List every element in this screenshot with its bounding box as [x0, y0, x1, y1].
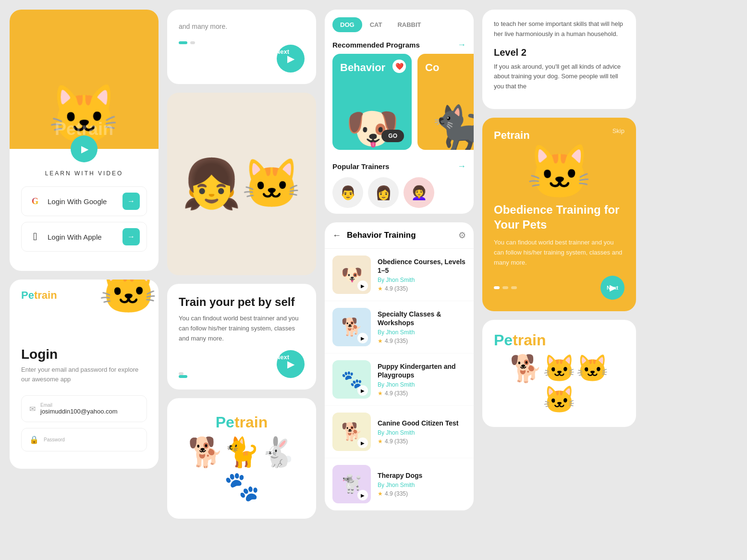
onboard1-desc: and many more.	[179, 21, 305, 32]
course-thumb-5: 🐩 ▶	[332, 465, 371, 503]
program-co[interactable]: Co 🐈‍⬛	[417, 54, 474, 150]
course-thumb-2: 🐕 ▶	[332, 308, 371, 346]
play-icon-1: ▶	[357, 280, 368, 291]
petrain-logo: Petrain	[21, 289, 57, 302]
play-button[interactable]	[71, 135, 98, 162]
email-icon: ✉	[29, 404, 36, 414]
petrain-bottom-card: Petrain 🐕🐱🐱🐱	[482, 320, 636, 427]
back-button[interactable]: ←	[332, 231, 341, 241]
behavior-header: ← Behavior Training ⚙	[325, 222, 474, 249]
course-rating-5: ★ 4.9 (335)	[378, 490, 466, 497]
login-subtitle: Enter your email and password for explor…	[21, 365, 147, 384]
home-card: DOG CAT RABBIT Recommended Programs → Be…	[325, 10, 474, 214]
course-item-5[interactable]: 🐩 ▶ Therapy Dogs By Jhon Smith ★ 4.9 (33…	[325, 458, 474, 511]
apple-icon: 	[28, 230, 42, 243]
petrain-brand-2: Petrain	[494, 331, 546, 349]
learn-video-card: 🐱 Petrain LEARN WITH VIDEO G Login With …	[10, 10, 159, 271]
next-label-1: Next	[276, 48, 289, 55]
dot-active-2	[179, 375, 187, 378]
course-item-1[interactable]: 🐶 ▶ Obedience Courses, Levels 1–5 By Jho…	[325, 249, 474, 301]
level2-heading: Level 2	[494, 47, 625, 58]
level2-text: If you ask around, you'll get all kinds …	[494, 62, 625, 92]
progress-dots	[494, 286, 517, 289]
behavior-label: Behavior	[340, 61, 385, 74]
petrain-brand: Petrain	[216, 414, 268, 431]
white-cat-image: 🐱	[98, 280, 159, 313]
filter-icon[interactable]: ⚙	[458, 230, 466, 241]
lock-icon: 🔒	[29, 435, 39, 444]
behavior-training-card: ← Behavior Training ⚙ 🐶 ▶ Obedience Cour…	[325, 222, 474, 511]
pets-group-image-2: 🐕🐱🐱🐱	[494, 353, 625, 415]
login-card: 🐱 Petrain Login Enter your email and pas…	[10, 280, 159, 469]
recommended-section: Recommended Programs →	[325, 32, 474, 54]
email-value: josimuddin100@yahoo.com	[40, 408, 139, 415]
login-title: Login	[21, 347, 147, 362]
google-icon: G	[28, 195, 42, 208]
course-rating-2: ★ 4.9 (335)	[378, 338, 466, 344]
course-item-4[interactable]: 🐕 ▶ Canine Good Citizen Test By Jhon Smi…	[325, 406, 474, 458]
tab-dog[interactable]: DOG	[332, 17, 362, 32]
course-trainer-5: By Jhon Smith	[378, 482, 466, 488]
train-title: Train your pet by self	[179, 295, 305, 309]
course-name-4: Canine Good Citizen Test	[378, 419, 466, 427]
onboard1-dots	[179, 41, 305, 44]
email-label: Email	[40, 402, 139, 408]
obedience-brand: Petrain	[494, 129, 530, 142]
popular-trainers-section: Popular Trainers →	[325, 158, 474, 171]
course-trainer-4: By Jhon Smith	[378, 429, 466, 436]
course-name-3: Puppy Kindergarten and Playgroups	[378, 362, 466, 379]
level-intro-text: to teach her some important skills that …	[494, 19, 625, 39]
course-item-3[interactable]: 🐾 ▶ Puppy Kindergarten and Playgroups By…	[325, 353, 474, 406]
course-name-5: Therapy Dogs	[378, 471, 466, 480]
play-icon-5: ▶	[357, 490, 368, 500]
tab-cat[interactable]: CAT	[362, 17, 390, 32]
co-label: Co	[425, 61, 439, 74]
course-trainer-2: By Jhon Smith	[378, 329, 466, 336]
pet-tabs: DOG CAT RABBIT	[325, 10, 474, 32]
course-trainer-3: By Jhon Smith	[378, 381, 466, 388]
go-button[interactable]: GO	[381, 130, 404, 142]
bottom-nav: ▶ Next	[494, 276, 625, 300]
train-desc: You can findout world best trainner and …	[179, 314, 305, 343]
recommended-title: Recommended Programs	[332, 41, 420, 49]
apple-login-button[interactable]:  Login With Apple →	[21, 222, 147, 252]
trainer-avatar-1[interactable]: 👨	[332, 177, 363, 208]
next-button-2[interactable]: Next	[277, 350, 305, 378]
password-field[interactable]: 🔒 Password	[21, 428, 147, 451]
course-name-1: Obedience Courses, Levels 1–5	[378, 257, 466, 275]
behavior-title: Behavior Training	[347, 231, 458, 240]
pets-group-image: 🐕🐈🐇🐾	[179, 435, 305, 503]
trainer-avatar-2[interactable]: 👩	[368, 177, 399, 208]
petrain-logo-card: Petrain 🐕🐈🐇🐾	[167, 398, 316, 519]
course-thumb-1: 🐶 ▶	[332, 256, 371, 294]
next-button-obedience[interactable]: ▶ Next	[600, 276, 625, 300]
program-behavior[interactable]: Behavior ❤️ 🐶 GO	[332, 54, 412, 150]
google-login-label: Login With Google	[48, 197, 122, 206]
next-label-2: Next	[276, 353, 289, 361]
dot-active	[179, 41, 187, 44]
email-field[interactable]: ✉ Email josimuddin100@yahoo.com	[21, 395, 147, 422]
skip-button[interactable]: Skip	[612, 127, 625, 134]
trainer-avatar-3[interactable]: 👩‍🦱	[404, 177, 434, 208]
next-button-1[interactable]: Next	[277, 45, 305, 73]
column-3: DOG CAT RABBIT Recommended Programs → Be…	[325, 10, 474, 550]
column-2: and many more. Next 👧🐱 Train your pet by…	[167, 10, 316, 550]
play-icon-2: ▶	[357, 333, 368, 343]
dot-inactive	[190, 41, 195, 44]
course-rating-4: ★ 4.9 (335)	[378, 438, 466, 445]
popular-arrow[interactable]: →	[457, 161, 466, 171]
google-login-button[interactable]: G Login With Google →	[21, 186, 147, 216]
heart-icon[interactable]: ❤️	[392, 60, 406, 73]
train-self-card: Train your pet by self You can findout w…	[167, 284, 316, 390]
photo-card: 👧🐱	[167, 93, 316, 275]
column-1: 🐱 Petrain LEARN WITH VIDEO G Login With …	[10, 10, 159, 550]
tab-rabbit[interactable]: RABBIT	[390, 17, 429, 32]
programs-row: Behavior ❤️ 🐶 GO Co 🐈‍⬛	[325, 54, 474, 158]
course-item-2[interactable]: 🐕 ▶ Specialty Classes & Workshops By Jho…	[325, 301, 474, 353]
course-thumb-4: 🐕 ▶	[332, 413, 371, 451]
learn-label: LEARN WITH VIDEO	[10, 170, 159, 177]
apple-login-label: Login With Apple	[48, 233, 122, 241]
recommended-arrow[interactable]: →	[457, 40, 466, 50]
course-thumb-3: 🐾 ▶	[332, 360, 371, 399]
column-4: to teach her some important skills that …	[482, 10, 636, 550]
